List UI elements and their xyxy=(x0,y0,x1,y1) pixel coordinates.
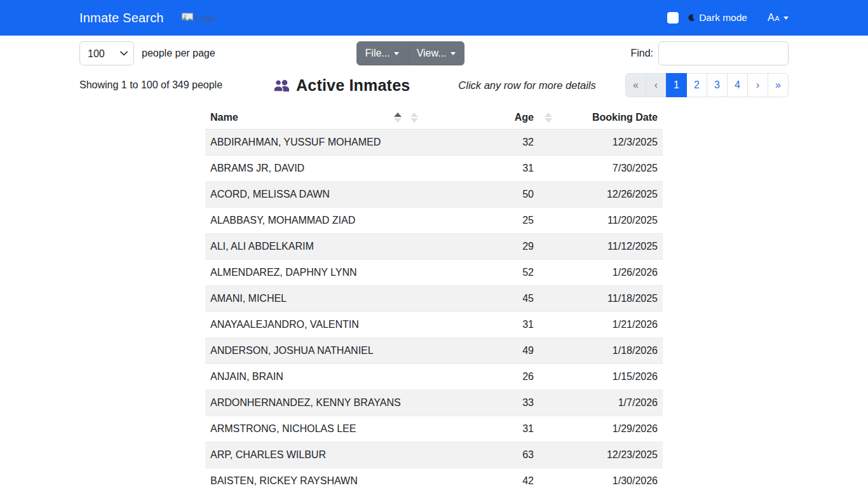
inmate-booking-date-cell: 7/30/2025 xyxy=(539,155,663,181)
page-4-button[interactable]: 4 xyxy=(727,73,748,97)
sort-arrows-icon[interactable] xyxy=(545,112,552,123)
inmates-table: Name Age Booking Date xyxy=(205,106,663,488)
table-row[interactable]: ACORD, MELISSA DAWN 50 12/26/2025 xyxy=(205,181,663,207)
showing-count-text: Showing 1 to 100 of 349 people xyxy=(79,79,222,91)
table-row[interactable]: ANDERSON, JOSHUA NATHANIEL 49 1/18/2026 xyxy=(205,337,663,363)
app-title: Inmate Search xyxy=(79,11,164,25)
page-title: Active Inmates xyxy=(296,76,410,95)
last-page-button[interactable]: » xyxy=(768,73,789,97)
inmate-booking-date-cell: 11/18/2025 xyxy=(539,285,663,311)
column-header-age[interactable]: Age xyxy=(424,106,539,129)
inmate-age-cell: 50 xyxy=(424,181,539,207)
inmate-booking-date-cell: 12/3/2025 xyxy=(539,129,663,155)
table-header-row: Name Age Booking Date xyxy=(205,106,663,129)
file-menu-button[interactable]: File... xyxy=(356,41,408,65)
inmate-age-cell: 31 xyxy=(424,311,539,337)
inmate-age-cell: 49 xyxy=(424,337,539,363)
hint-text: Click any row for more details xyxy=(458,79,595,92)
inmate-name-cell: ARMSTRONG, NICHOLAS LEE xyxy=(205,416,424,442)
menu-button-group: File... View... xyxy=(356,41,465,65)
inmate-name-cell: ALMENDAREZ, DAPHNY LYNN xyxy=(205,259,424,285)
table-row[interactable]: ARMSTRONG, NICHOLAS LEE 31 1/29/2026 xyxy=(205,416,663,442)
table-row[interactable]: ANAYAALEJANDRO, VALENTIN 31 1/21/2026 xyxy=(205,311,663,337)
view-menu-button[interactable]: View... xyxy=(408,41,465,65)
dark-mode-label: Dark mode xyxy=(699,12,747,24)
inmate-name-cell: ARDONHERNANDEZ, KENNY BRAYANS xyxy=(205,390,424,416)
name-column-label: Name xyxy=(210,112,238,123)
inmate-booking-date-cell: 1/21/2026 xyxy=(539,311,663,337)
logo-alt-text: Logo xyxy=(195,13,216,24)
table-row[interactable]: BAISTEN, RICKEY RAYSHAWN 42 1/30/2026 xyxy=(205,468,663,488)
inmate-name-cell: ABDIRAHMAN, YUSSUF MOHAMED xyxy=(205,129,424,155)
inmate-booking-date-cell: 1/7/2026 xyxy=(539,390,663,416)
moon-icon xyxy=(688,14,695,22)
inmate-name-cell: AMANI, MICHEL xyxy=(205,285,424,311)
page-2-button[interactable]: 2 xyxy=(686,73,707,97)
age-column-label: Age xyxy=(515,112,534,123)
next-page-button[interactable]: › xyxy=(747,73,768,97)
font-size-dropdown[interactable]: Aa xyxy=(768,12,789,24)
inmate-name-cell: ALI, ALI ABDELKARIM xyxy=(205,233,424,259)
caret-down-icon xyxy=(394,52,399,55)
table-row[interactable]: ARP, CHARLES WILBUR 63 12/23/2025 xyxy=(205,442,663,468)
caret-down-icon xyxy=(451,52,456,55)
inmate-booking-date-cell: 12/23/2025 xyxy=(539,442,663,468)
inmate-age-cell: 31 xyxy=(424,155,539,181)
find-input[interactable] xyxy=(658,41,789,65)
inmate-age-cell: 29 xyxy=(424,233,539,259)
table-row[interactable]: ALABBASY, MOHAMMAD ZIAD 25 11/20/2025 xyxy=(205,207,663,233)
summary-bar: Showing 1 to 100 of 349 people Active In… xyxy=(72,73,796,97)
table-row[interactable]: ABRAMS JR, DAVID 31 7/30/2025 xyxy=(205,155,663,181)
inmate-name-cell: ANAYAALEJANDRO, VALENTIN xyxy=(205,311,424,337)
dark-mode-toggle[interactable] xyxy=(667,12,679,24)
inmate-age-cell: 26 xyxy=(424,363,539,390)
inmate-name-cell: BAISTEN, RICKEY RAYSHAWN xyxy=(205,468,424,488)
inmate-booking-date-cell: 11/20/2025 xyxy=(539,207,663,233)
table-row[interactable]: ABDIRAHMAN, YUSSUF MOHAMED 32 12/3/2025 xyxy=(205,129,663,155)
inmate-name-cell: ALABBASY, MOHAMMAD ZIAD xyxy=(205,207,424,233)
column-header-name[interactable]: Name xyxy=(205,106,424,129)
inmate-age-cell: 33 xyxy=(424,390,539,416)
inmate-age-cell: 63 xyxy=(424,442,539,468)
broken-image-icon xyxy=(181,13,194,23)
logo: Logo xyxy=(181,13,216,24)
sort-ascending-icon[interactable] xyxy=(394,112,402,123)
prev-page-button: ‹ xyxy=(646,73,667,97)
people-icon xyxy=(273,79,290,92)
navbar: Inmate Search Logo Dark mode Aa xyxy=(0,0,868,36)
per-page-select[interactable]: 100 xyxy=(79,41,134,65)
inmate-booking-date-cell: 12/26/2025 xyxy=(539,181,663,207)
inmate-name-cell: ABRAMS JR, DAVID xyxy=(205,155,424,181)
per-page-label: people per page xyxy=(142,48,215,59)
page-3-button[interactable]: 3 xyxy=(707,73,728,97)
inmate-booking-date-cell: 1/18/2026 xyxy=(539,337,663,363)
table-row[interactable]: ANJAIN, BRAIN 26 1/15/2026 xyxy=(205,363,663,390)
first-page-button: « xyxy=(625,73,646,97)
inmate-name-cell: ANJAIN, BRAIN xyxy=(205,363,424,390)
inmate-age-cell: 31 xyxy=(424,416,539,442)
inmate-booking-date-cell: 11/12/2025 xyxy=(539,233,663,259)
table-row[interactable]: ARDONHERNANDEZ, KENNY BRAYANS 33 1/7/202… xyxy=(205,390,663,416)
inmate-name-cell: ANDERSON, JOSHUA NATHANIEL xyxy=(205,337,424,363)
table-row[interactable]: ALI, ALI ABDELKARIM 29 11/12/2025 xyxy=(205,233,663,259)
inmate-name-cell: ACORD, MELISSA DAWN xyxy=(205,181,424,207)
sort-arrows-icon[interactable] xyxy=(410,112,418,123)
font-size-label: Aa xyxy=(768,12,780,24)
inmate-table-body: ABDIRAHMAN, YUSSUF MOHAMED 32 12/3/2025 … xyxy=(205,129,663,488)
inmate-name-cell: ARP, CHARLES WILBUR xyxy=(205,442,424,468)
inmate-age-cell: 32 xyxy=(424,129,539,155)
view-menu-label: View... xyxy=(417,48,447,59)
table-row[interactable]: AMANI, MICHEL 45 11/18/2025 xyxy=(205,285,663,311)
inmate-booking-date-cell: 1/26/2026 xyxy=(539,259,663,285)
booking-date-column-label: Booking Date xyxy=(592,112,658,123)
column-header-booking-date[interactable]: Booking Date xyxy=(539,106,663,129)
inmate-age-cell: 42 xyxy=(424,468,539,488)
page-1-button[interactable]: 1 xyxy=(666,73,687,97)
inmate-age-cell: 45 xyxy=(424,285,539,311)
inmate-booking-date-cell: 1/29/2026 xyxy=(539,416,663,442)
toolbar: 100 people per page File... View... Find… xyxy=(72,41,796,65)
table-row[interactable]: ALMENDAREZ, DAPHNY LYNN 52 1/26/2026 xyxy=(205,259,663,285)
inmate-booking-date-cell: 1/30/2026 xyxy=(539,468,663,488)
pagination: «‹1234›» xyxy=(625,73,789,97)
inmate-booking-date-cell: 1/15/2026 xyxy=(539,363,663,390)
